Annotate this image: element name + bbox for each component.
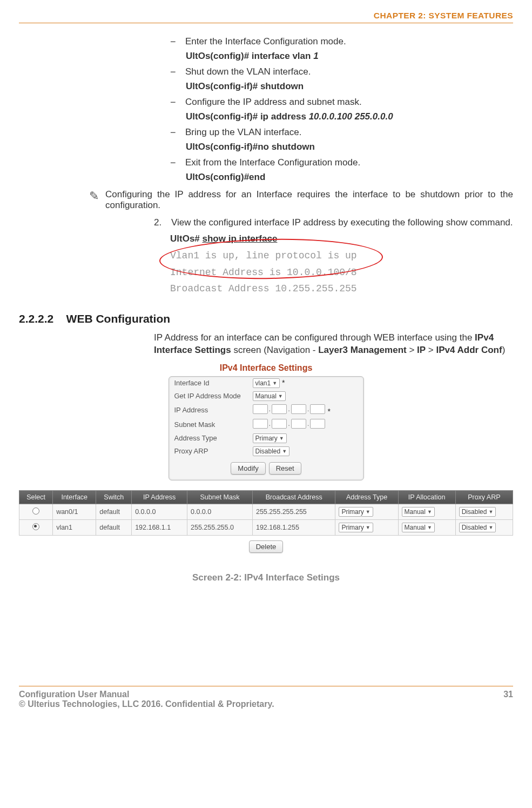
- figure-caption: Screen 2-2: IPv4 Interface Setings: [19, 572, 513, 583]
- chevron-down-icon: ▼: [278, 393, 283, 399]
- step-text: Exit from the Interface Configuration mo…: [185, 157, 511, 168]
- step-command: UltOs(config)#end: [186, 172, 513, 183]
- col-proxy: Proxy ARP: [455, 490, 513, 504]
- settings-panel: Interface Id vlan1▼* Get IP Address Mode…: [169, 376, 364, 480]
- col-ip: IP Address: [132, 490, 187, 504]
- step-text: Configure the IP address and subnet mask…: [185, 97, 511, 108]
- panel-title: IPv4 Interface Settings: [19, 363, 513, 373]
- delete-button[interactable]: Delete: [249, 540, 284, 553]
- row-select-radio[interactable]: [32, 507, 39, 515]
- ip-mode-select[interactable]: Manual▼: [253, 391, 286, 401]
- section-heading: 2.2.2.2 WEB Configuration: [19, 312, 513, 325]
- footer-title: Configuration User Manual: [19, 690, 129, 699]
- interface-id-select[interactable]: vlan1▼: [253, 378, 280, 388]
- row-alloc-select[interactable]: Manual▼: [402, 507, 435, 517]
- col-alloc: IP Allocation: [398, 490, 455, 504]
- col-bcast: Broadcast Address: [252, 490, 335, 504]
- show-command: UltOs# show ip interface: [170, 233, 513, 244]
- row-select-radio[interactable]: [32, 523, 39, 530]
- interfaces-table: Select Interface Switch IP Address Subne…: [19, 490, 513, 536]
- chevron-down-icon: ▼: [279, 436, 284, 441]
- footer-copyright: © Ulterius Technologies, LLC 2016. Confi…: [19, 699, 513, 709]
- chevron-down-icon: ▼: [272, 380, 277, 386]
- chapter-header: CHAPTER 2: SYSTEM FEATURES: [19, 11, 513, 21]
- field-label: Address Type: [174, 434, 253, 442]
- col-interface: Interface: [53, 490, 96, 504]
- col-select: Select: [19, 490, 53, 504]
- proxy-arp-select[interactable]: Disabled▼: [253, 446, 290, 456]
- step-list: −Enter the Interface Configuration mode.…: [170, 36, 513, 183]
- field-label: IP Address: [174, 406, 253, 414]
- step-text: Bring up the VLAN interface.: [185, 127, 511, 138]
- table-row: vlan1 default 192.168.1.1 255.255.255.0 …: [19, 519, 513, 535]
- field-label: Proxy ARP: [174, 447, 253, 455]
- note: ✎ Configuring the IP address for an Inte…: [89, 189, 513, 211]
- field-label: Subnet Mask: [174, 420, 253, 429]
- subnet-mask-input[interactable]: ...: [253, 419, 326, 429]
- numbered-step: 2. View the configured interface IP addr…: [154, 217, 513, 228]
- address-type-select[interactable]: Primary▼: [253, 433, 287, 443]
- row-proxy-select[interactable]: Disabled▼: [459, 507, 496, 517]
- pencil-icon: ✎: [89, 189, 105, 211]
- table-row: wan0/1 default 0.0.0.0 0.0.0.0 255.255.2…: [19, 504, 513, 519]
- step-command: UltOs(config-if)#no shutdown: [186, 142, 513, 152]
- step-text: Enter the Interface Configuration mode.: [185, 36, 511, 47]
- ip-address-input[interactable]: ...: [253, 404, 326, 414]
- col-type: Address Type: [335, 490, 398, 504]
- step-command: UltOs(config-if)# ip address 10.0.0.100 …: [186, 111, 513, 122]
- modify-button[interactable]: Modify: [231, 462, 265, 475]
- row-alloc-select[interactable]: Manual▼: [402, 523, 435, 532]
- step-command: UltOs(config-if)# shutdown: [186, 81, 513, 92]
- header-rule: [19, 23, 513, 23]
- step-text: Shut down the VLAN interface.: [185, 66, 511, 77]
- field-label: Interface Id: [174, 379, 253, 387]
- page-number: 31: [503, 690, 513, 699]
- chevron-down-icon: ▼: [282, 449, 287, 454]
- reset-button[interactable]: Reset: [269, 462, 301, 475]
- row-type-select[interactable]: Primary▼: [339, 523, 373, 532]
- col-mask: Subnet Mask: [187, 490, 253, 504]
- row-type-select[interactable]: Primary▼: [339, 507, 373, 517]
- col-switch: Switch: [96, 490, 132, 504]
- section-paragraph: IP Address for an interface can be confi…: [154, 332, 513, 357]
- step-command: UltOs(config)# interface vlan 1: [186, 51, 513, 62]
- command-output: Vlan1 is up, line protocol is up Interne…: [170, 244, 513, 297]
- row-proxy-select[interactable]: Disabled▼: [459, 523, 496, 532]
- field-label: Get IP Address Mode: [174, 392, 253, 400]
- footer: Configuration User Manual 31: [19, 690, 513, 699]
- footer-rule: [19, 686, 513, 686]
